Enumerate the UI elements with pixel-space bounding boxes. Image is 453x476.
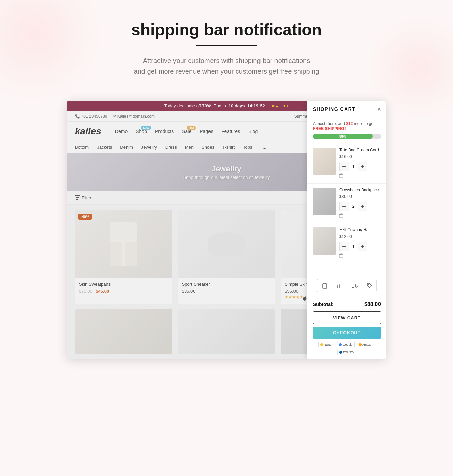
product-card-sweatpants[interactable]: -40% Skin Sweatpans $75,00 $45,00 xyxy=(75,210,172,304)
cart-action-clipboard[interactable] xyxy=(317,279,332,292)
hero-subtitle: Shop through our latest selection of Jew… xyxy=(183,175,270,180)
delete-tote[interactable] xyxy=(339,173,381,179)
cart-item-price-backpack: $30,00 xyxy=(339,194,381,199)
cat-denim[interactable]: Denim xyxy=(120,144,133,150)
cart-action-tag[interactable] xyxy=(362,279,377,292)
svg-rect-5 xyxy=(361,166,364,167)
cat-men[interactable]: Men xyxy=(185,144,194,150)
svg-rect-19 xyxy=(340,255,343,258)
cart-item-name-backpack: Crosshatch Backpack xyxy=(339,188,381,193)
qty-value-backpack: 2 xyxy=(349,202,358,211)
product-card-sneaker[interactable]: Sport Sneaker $35,00 xyxy=(178,210,275,304)
cart-item-img-backpack xyxy=(313,188,336,215)
cart-item-img-hat xyxy=(313,227,336,255)
svg-rect-7 xyxy=(340,175,343,178)
nav-items: Demo Shop New Products Sale Hot Pages Fe… xyxy=(115,129,258,134)
svg-rect-8 xyxy=(341,174,342,174)
progress-bar: 88% xyxy=(313,134,381,139)
filter-button[interactable]: Filter xyxy=(75,195,91,200)
free-shipping-label: FREE SHIPPING! xyxy=(313,126,346,131)
qty-increase-hat[interactable] xyxy=(358,242,367,251)
cart-items-list: Tote Bag Cream Cord $16,00 1 xyxy=(307,143,386,275)
delete-hat[interactable] xyxy=(339,253,381,259)
page-header: shipping bar notification Attractive you… xyxy=(0,0,453,87)
google-badge: Google xyxy=(337,342,354,347)
cat-shoes[interactable]: Shoes xyxy=(202,144,214,150)
svg-rect-17 xyxy=(361,246,364,247)
svg-rect-2 xyxy=(76,199,78,200)
svg-rect-1 xyxy=(76,197,79,198)
cat-more[interactable]: F... xyxy=(261,144,266,150)
cat-dress[interactable]: Dress xyxy=(165,144,177,150)
amazon-badge: Amazon xyxy=(357,342,375,347)
hero-title: Jewellry xyxy=(212,165,241,173)
progress-fill: 88% xyxy=(313,134,373,139)
trust-badges: Norton Google Amazon TRUSTe xyxy=(313,342,381,355)
nav-item-blog[interactable]: Blog xyxy=(248,129,258,134)
shipping-text: Almost there, add $12 more to get FREE S… xyxy=(313,121,381,131)
filter-icon xyxy=(75,196,80,200)
svg-rect-11 xyxy=(361,206,364,207)
qty-decrease-tote[interactable] xyxy=(340,162,349,171)
svg-rect-15 xyxy=(342,246,346,247)
svg-rect-23 xyxy=(352,284,356,287)
sale-badge-sweatpants: -40% xyxy=(78,214,92,220)
cat-tops[interactable]: Tops xyxy=(243,144,252,150)
partial-product-2 xyxy=(178,309,275,354)
product-price-sweatpants: $75,00 $45,00 xyxy=(79,289,168,294)
view-cart-button[interactable]: VIEW CART xyxy=(313,311,381,324)
cat-tshirt[interactable]: T-shirt xyxy=(222,144,235,150)
svg-point-26 xyxy=(368,284,369,285)
nav-item-demo[interactable]: Demo xyxy=(115,129,128,134)
cart-actions xyxy=(307,275,386,296)
cart-item-img-tote xyxy=(313,148,336,175)
cart-action-truck[interactable] xyxy=(347,279,362,292)
svg-point-25 xyxy=(356,287,357,288)
delete-backpack[interactable] xyxy=(339,213,381,219)
qty-decrease-backpack[interactable] xyxy=(340,202,349,211)
qty-control-tote: 1 xyxy=(339,162,367,171)
cat-bottom[interactable]: Bottom xyxy=(75,144,89,150)
progress-label: 88% xyxy=(339,135,346,138)
product-img-sweatpants xyxy=(75,210,172,278)
cart-panel: SHOPING CART × Almost there, add $12 mor… xyxy=(307,101,386,359)
nav-item-shop[interactable]: Shop New xyxy=(136,129,147,134)
cat-jewellry[interactable]: Jewellry xyxy=(141,144,157,150)
cart-item-name-tote: Tote Bag Cream Cord xyxy=(339,148,381,153)
demo-wrapper: Today deal sale off 70% End in 10 days 1… xyxy=(67,101,386,359)
shop-badge: New xyxy=(141,126,151,130)
cart-footer: Subtotal: $88,00 VIEW CART CHECKOUT Nort… xyxy=(307,296,386,359)
subtotal-label: Subtotal: xyxy=(313,302,334,307)
cart-item-name-hat: Felt Cowboy Hat xyxy=(339,227,381,233)
product-img-sneaker xyxy=(178,210,275,278)
qty-control-hat: 1 xyxy=(339,242,367,251)
svg-rect-14 xyxy=(341,214,342,214)
qty-value-hat: 1 xyxy=(349,242,358,251)
svg-rect-0 xyxy=(75,196,80,196)
truste-badge: TRUSTe xyxy=(337,350,356,355)
svg-point-24 xyxy=(352,287,353,288)
nav-item-pages[interactable]: Pages xyxy=(200,129,213,134)
qty-decrease-hat[interactable] xyxy=(340,242,349,251)
product-name-sneaker: Sport Sneaker xyxy=(182,282,271,287)
checkout-button[interactable]: CHECKOUT xyxy=(313,327,381,339)
cart-item-price-tote: $16,00 xyxy=(339,154,381,159)
qty-value-tote: 1 xyxy=(349,162,358,171)
cart-close-button[interactable]: × xyxy=(377,106,381,112)
qty-increase-backpack[interactable] xyxy=(358,202,367,211)
nav-item-sale[interactable]: Sale Hot xyxy=(182,129,191,134)
qty-control-backpack: 2 xyxy=(339,202,367,211)
partial-product-1 xyxy=(75,309,172,354)
shipping-amount: $12 xyxy=(346,121,353,126)
nav-item-features[interactable]: Features xyxy=(221,129,240,134)
nav-item-products[interactable]: Products xyxy=(155,129,174,134)
svg-rect-3 xyxy=(342,166,346,167)
cart-header: SHOPING CART × xyxy=(307,101,386,117)
subtotal-row: Subtotal: $88,00 xyxy=(313,301,381,307)
store-logo[interactable]: kalles xyxy=(75,126,101,137)
sale-badge: Hot xyxy=(187,126,196,130)
cart-action-gift[interactable] xyxy=(332,279,347,292)
qty-increase-tote[interactable] xyxy=(358,162,367,171)
cat-jackets[interactable]: Jackets xyxy=(97,144,112,150)
svg-rect-9 xyxy=(342,206,346,207)
